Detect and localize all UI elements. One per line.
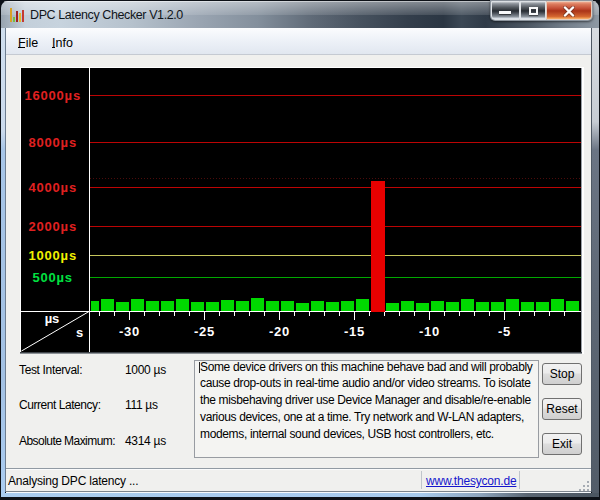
svg-text:-10: -10	[419, 324, 440, 339]
svg-text:-30: -30	[119, 324, 140, 339]
svg-text:µs: µs	[45, 311, 60, 326]
svg-text:-20: -20	[269, 324, 290, 339]
svg-text:s: s	[76, 325, 83, 340]
svg-text:-15: -15	[344, 324, 365, 339]
svg-text:2000µs: 2000µs	[28, 219, 76, 234]
svg-text:-25: -25	[194, 324, 215, 339]
svg-text:8000µs: 8000µs	[28, 135, 76, 150]
svg-text:-5: -5	[498, 324, 511, 339]
svg-text:500µs: 500µs	[32, 270, 72, 285]
svg-text:4000µs: 4000µs	[28, 180, 76, 195]
svg-text:16000µs: 16000µs	[24, 88, 80, 103]
svg-text:1000µs: 1000µs	[28, 248, 76, 263]
